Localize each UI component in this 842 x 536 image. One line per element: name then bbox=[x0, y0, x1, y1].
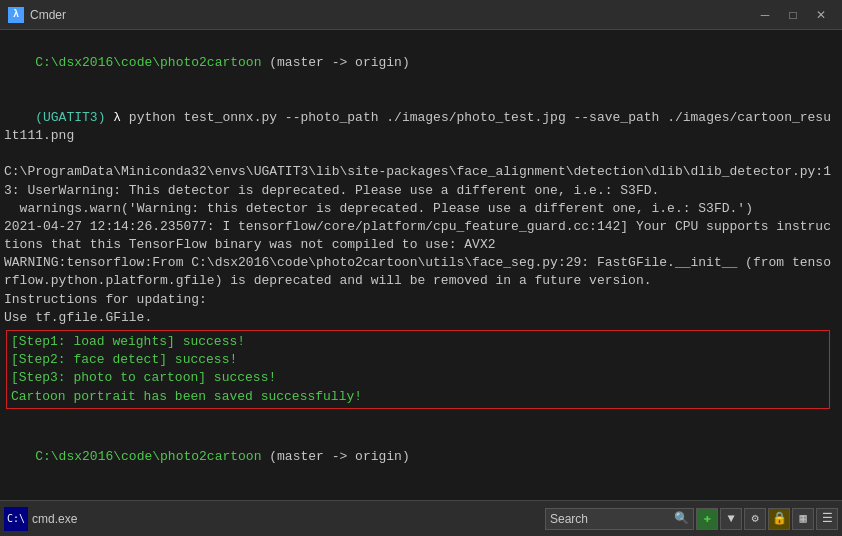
success-line-2: [Step2: face detect] success! bbox=[11, 351, 825, 369]
maximize-button[interactable]: □ bbox=[780, 5, 806, 25]
cmd-icon: C:\ bbox=[4, 507, 28, 531]
terminal-line-4: warnings.warn('Warning: this detector is… bbox=[4, 200, 838, 218]
success-block: [Step1: load weights] success! [Step2: f… bbox=[6, 330, 836, 409]
prompt-branch-1: (master -> origin) bbox=[261, 55, 409, 70]
search-input[interactable] bbox=[550, 512, 670, 526]
title-bar-controls: ─ □ ✕ bbox=[752, 5, 834, 25]
title-bar: λ Cmder ─ □ ✕ bbox=[0, 0, 842, 30]
terminal-line-2: (UGATIT3) λ python test_onnx.py --photo_… bbox=[4, 91, 838, 164]
terminal-line-cursor: (UGATIT3) λ bbox=[4, 485, 838, 501]
tab-list-button[interactable]: ▼ bbox=[720, 508, 742, 530]
search-icon[interactable]: 🔍 bbox=[674, 511, 689, 526]
close-button[interactable]: ✕ bbox=[808, 5, 834, 25]
title-text: Cmder bbox=[30, 8, 66, 22]
minimize-button[interactable]: ─ bbox=[752, 5, 778, 25]
prompt-path-2: C:\dsx2016\code\photo2cartoon bbox=[35, 449, 261, 464]
terminal-line-8: Use tf.gfile.GFile. bbox=[4, 309, 838, 327]
search-box[interactable]: 🔍 bbox=[545, 508, 694, 530]
command-text: python test_onnx.py --photo_path ./image… bbox=[4, 110, 831, 143]
menu-button[interactable]: ☰ bbox=[816, 508, 838, 530]
settings-button[interactable]: ⚙ bbox=[744, 508, 766, 530]
status-left: C:\ cmd.exe bbox=[4, 507, 77, 531]
success-line-3: [Step3: photo to cartoon] success! bbox=[11, 369, 825, 387]
status-bar: C:\ cmd.exe 🔍 ✚ ▼ ⚙ 🔒 ▦ ☰ bbox=[0, 500, 842, 536]
layout-button[interactable]: ▦ bbox=[792, 508, 814, 530]
prompt-branch-2: (master -> origin) bbox=[261, 449, 409, 464]
terminal-area: C:\dsx2016\code\photo2cartoon (master ->… bbox=[0, 30, 842, 500]
terminal-line-1: C:\dsx2016\code\photo2cartoon (master ->… bbox=[4, 36, 838, 91]
success-line-1: [Step1: load weights] success! bbox=[11, 333, 825, 351]
terminal-line-5: 2021-04-27 12:14:26.235077: I tensorflow… bbox=[4, 218, 838, 254]
app-icon: λ bbox=[8, 7, 24, 23]
status-right: 🔍 ✚ ▼ ⚙ 🔒 ▦ ☰ bbox=[545, 508, 838, 530]
prompt-path-1: C:\dsx2016\code\photo2cartoon bbox=[35, 55, 261, 70]
prompt-lambda: λ bbox=[113, 110, 129, 125]
terminal-line-3: C:\ProgramData\Miniconda32\envs\UGATIT3\… bbox=[4, 163, 838, 199]
terminal-line-prompt2: C:\dsx2016\code\photo2cartoon (master ->… bbox=[4, 430, 838, 485]
title-bar-left: λ Cmder bbox=[8, 7, 66, 23]
success-line-4: Cartoon portrait has been saved successf… bbox=[11, 388, 825, 406]
add-tab-button[interactable]: ✚ bbox=[696, 508, 718, 530]
terminal-line-7: Instructions for updating: bbox=[4, 291, 838, 309]
lock-button[interactable]: 🔒 bbox=[768, 508, 790, 530]
cmd-label: cmd.exe bbox=[32, 512, 77, 526]
prompt-env: (UGATIT3) bbox=[35, 110, 113, 125]
terminal-line-6: WARNING:tensorflow:From C:\dsx2016\code\… bbox=[4, 254, 838, 290]
terminal-blank bbox=[4, 412, 838, 430]
